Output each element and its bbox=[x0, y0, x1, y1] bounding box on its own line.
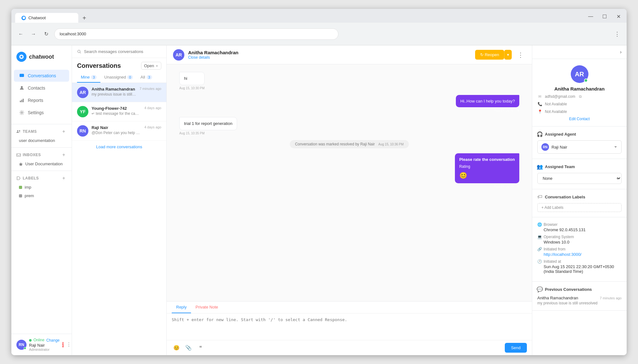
chat-more-button[interactable]: ⋮ bbox=[516, 50, 526, 60]
os-info: 💻 Operating System Windows 10.0 bbox=[537, 235, 622, 244]
svg-rect-7 bbox=[23, 99, 24, 102]
close-details-link[interactable]: Close details bbox=[188, 55, 471, 60]
address-bar[interactable] bbox=[54, 28, 338, 40]
browser-tab[interactable]: Chatwoot bbox=[15, 13, 78, 23]
conv-filter-dropdown[interactable]: Open bbox=[141, 62, 161, 70]
conv-tab-mine[interactable]: Mine 3 bbox=[77, 72, 100, 83]
conv-item-3[interactable]: RN Raji Nair @Don Peter can you help me?… bbox=[72, 121, 166, 141]
msg-bubble-3: trial 1 for report generation bbox=[179, 117, 237, 130]
conv-time-3: 4 days ago bbox=[144, 125, 161, 129]
conv-item-1[interactable]: AR Anitha Ramachandran my previous issue… bbox=[72, 83, 166, 102]
conv-preview-1: my previous issue is still unresolved bbox=[92, 92, 136, 97]
user-menu-button[interactable]: ⋮ bbox=[66, 342, 71, 348]
inbox-icon bbox=[16, 153, 21, 157]
close-button[interactable]: ✕ bbox=[614, 12, 623, 21]
message-3: trial 1 for report generation Aug 15, 10… bbox=[179, 117, 237, 135]
add-labels-button[interactable]: + Add Labels bbox=[537, 203, 622, 212]
svg-point-4 bbox=[21, 86, 23, 88]
contact-location: 📍 Not Available bbox=[537, 109, 622, 114]
inboxes-add-button[interactable]: + bbox=[61, 152, 67, 158]
conv-labels-title: Conversation Labels bbox=[545, 195, 585, 199]
sidebar-item-conversations[interactable]: Conversations bbox=[14, 70, 69, 82]
notification-badge[interactable]: 2 bbox=[62, 342, 64, 348]
assigned-agent-selector[interactable]: RN Raji Nair bbox=[537, 140, 622, 154]
reopen-dropdown-button[interactable]: ▾ bbox=[504, 50, 512, 60]
phone-icon: 📞 bbox=[537, 102, 542, 107]
conv-list: AR Anitha Ramachandran my previous issue… bbox=[72, 83, 166, 355]
change-status-link[interactable]: Change bbox=[46, 338, 60, 343]
compose-textarea[interactable] bbox=[167, 314, 532, 339]
compose-toolbar: 😊 📎 ❝ Send bbox=[167, 340, 532, 355]
online-label: Online bbox=[33, 338, 45, 342]
all-tab-count: 3 bbox=[146, 75, 152, 79]
msg-bubble-2: Hi..How can I help you today? bbox=[456, 95, 519, 108]
user-role: Administrator bbox=[29, 348, 60, 351]
sidebar-nav: Conversations Contacts Reports bbox=[11, 67, 72, 121]
prev-conv-item[interactable]: Anitha Ramachandran 7 minutes ago my pre… bbox=[537, 296, 622, 305]
conv-tab-all[interactable]: All 3 bbox=[137, 72, 156, 83]
panel-collapse-button[interactable]: › bbox=[620, 49, 622, 55]
browser-menu-button[interactable]: ⋮ bbox=[613, 30, 622, 38]
forward-button[interactable]: → bbox=[29, 30, 38, 38]
mine-tab-label: Mine bbox=[81, 75, 90, 79]
conv-tab-unassigned[interactable]: Unassigned 0 bbox=[100, 72, 137, 83]
initiated-from-value[interactable]: http://localhost:3000/ bbox=[537, 252, 622, 257]
copy-email-button[interactable]: ⧉ bbox=[579, 94, 582, 99]
compose-tab-note[interactable]: Private Note bbox=[191, 302, 223, 313]
right-panel: › AR Anitha Ramachandran ✉ adfsd@gmail.c… bbox=[532, 45, 627, 355]
prev-conv-title: Previous Conversations bbox=[545, 287, 592, 292]
sidebar-label-imp[interactable]: imp bbox=[11, 183, 72, 191]
back-button[interactable]: ← bbox=[16, 30, 25, 38]
teams-add-button[interactable]: + bbox=[61, 129, 67, 134]
assigned-team-title: Assigned Team bbox=[545, 164, 575, 169]
labels-add-button[interactable]: + bbox=[61, 175, 67, 181]
assigned-team-header: 👥 Assigned Team bbox=[537, 164, 622, 169]
conv-name-3: Raji Nair bbox=[92, 125, 141, 130]
sidebar-item-reports[interactable]: Reports bbox=[14, 94, 69, 106]
message-2: Hi..How can I help you today? Aug 15, 10… bbox=[456, 95, 519, 112]
prem-label: prem bbox=[25, 193, 34, 198]
conv-meta-1: 7 minutes ago bbox=[140, 87, 161, 98]
team-icon: 👥 bbox=[537, 164, 542, 169]
sidebar-item-contacts[interactable]: Contacts bbox=[14, 82, 69, 94]
reopen-button[interactable]: ↻ Reopen bbox=[475, 50, 504, 60]
send-button[interactable]: Send bbox=[505, 343, 527, 353]
msg-time-5: Aug 15, 10:36 PM bbox=[455, 185, 519, 188]
os-value: Windows 10.0 bbox=[537, 240, 622, 244]
assigned-team-select[interactable]: None bbox=[537, 173, 622, 184]
new-tab-button[interactable]: + bbox=[80, 13, 89, 23]
sidebar-inbox-user-documentation[interactable]: User Documentation bbox=[11, 160, 72, 168]
conv-avatar-1: AR bbox=[77, 87, 88, 98]
attachment-button[interactable]: 📎 bbox=[184, 343, 193, 353]
inbox-sub-label: User Documentation bbox=[25, 161, 63, 166]
quote-button[interactable]: ❝ bbox=[196, 343, 205, 353]
svg-point-2 bbox=[21, 56, 22, 58]
message-1: hi Aug 15, 10:30 PM bbox=[179, 72, 205, 90]
chat-compose: Reply Private Note 😊 📎 ❝ Send bbox=[167, 301, 532, 355]
rating-emoji: 😊 bbox=[459, 171, 515, 180]
user-status-bar: RN Online Change Raji Nair Administrator… bbox=[11, 334, 72, 355]
chat-area: AR Anitha Ramachandran Close details ↻ R… bbox=[167, 45, 532, 355]
conv-item-2[interactable]: YF Young-Flower-742 ↵ test message for t… bbox=[72, 102, 166, 121]
msg-time-1: Aug 15, 10:30 PM bbox=[179, 86, 205, 90]
sidebar-item-settings[interactable]: Settings bbox=[14, 107, 69, 119]
edit-contact-link[interactable]: Edit Contact bbox=[569, 117, 590, 121]
refresh-button[interactable]: ↻ bbox=[42, 30, 51, 38]
reopen-btn-group: ↻ Reopen ▾ bbox=[475, 50, 512, 60]
sidebar-label-prem[interactable]: prem bbox=[11, 191, 72, 200]
teams-icon bbox=[16, 129, 21, 134]
maximize-button[interactable]: ☐ bbox=[600, 12, 609, 21]
conv-content-1: Anitha Ramachandran my previous issue is… bbox=[92, 87, 136, 98]
emoji-button[interactable]: 😊 bbox=[172, 343, 181, 353]
search-input[interactable] bbox=[84, 49, 161, 54]
conv-tabs: Mine 3 Unassigned 0 All 3 bbox=[72, 72, 166, 83]
sidebar-item-user-documentation[interactable]: user documentation bbox=[11, 136, 72, 145]
prev-conv-name: Anitha Ramachandran 7 minutes ago bbox=[537, 296, 622, 300]
initiated-from-label: 🔗 Initiated from bbox=[537, 247, 622, 251]
agent-dropdown-icon bbox=[614, 145, 617, 149]
compose-tab-reply[interactable]: Reply bbox=[172, 302, 191, 313]
load-more-button[interactable]: Load more conversations bbox=[72, 141, 166, 153]
browser-info: 🌐 Browser Chrome 92.0.4515.131 bbox=[537, 222, 622, 232]
mine-tab-count: 3 bbox=[91, 75, 97, 79]
minimize-button[interactable]: — bbox=[586, 12, 595, 21]
